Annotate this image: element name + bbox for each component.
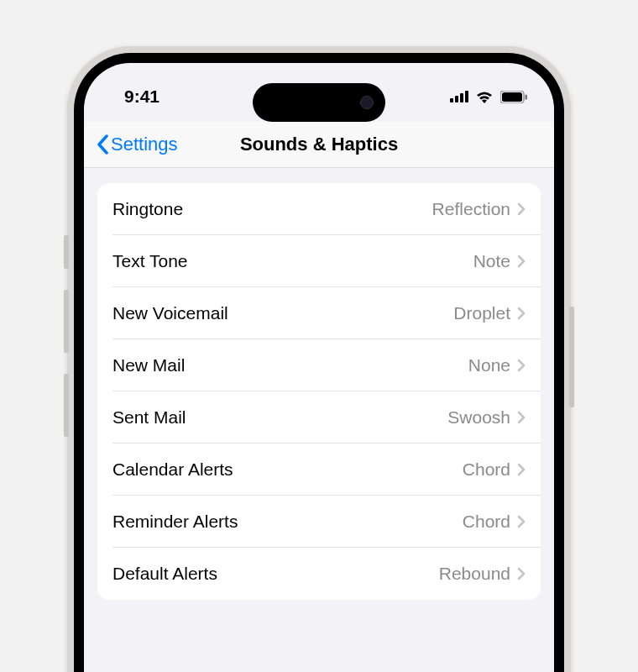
row-value: Chord [463, 512, 510, 532]
row-sent-mail[interactable]: Sent Mail Swoosh [97, 391, 541, 444]
nav-bar: Settings Sounds & Haptics [84, 122, 554, 168]
camera-icon [360, 96, 374, 109]
wifi-icon [475, 90, 494, 103]
row-value: Reflection [432, 199, 510, 219]
side-button [64, 235, 69, 269]
row-label: New Mail [112, 355, 468, 375]
row-value: Rebound [439, 564, 510, 584]
chevron-right-icon [517, 202, 526, 216]
row-label: Default Alerts [112, 564, 439, 584]
cellular-icon [450, 91, 468, 102]
chevron-right-icon [517, 515, 526, 528]
svg-rect-3 [465, 91, 468, 102]
row-label: Calendar Alerts [112, 459, 463, 480]
svg-rect-2 [460, 93, 463, 102]
phone-bezel: 9:41 [74, 53, 564, 672]
status-time: 9:41 [124, 87, 160, 107]
chevron-right-icon [517, 567, 526, 580]
row-value: Swoosh [447, 407, 510, 428]
row-ringtone[interactable]: Ringtone Reflection [97, 183, 541, 235]
chevron-left-icon [96, 134, 109, 155]
row-label: Text Tone [112, 251, 473, 271]
row-value: Note [473, 251, 510, 271]
svg-rect-5 [502, 92, 522, 102]
chevron-right-icon [517, 359, 526, 372]
row-value: None [468, 355, 510, 375]
svg-rect-6 [526, 94, 528, 99]
back-label: Settings [111, 134, 178, 155]
settings-group: Ringtone Reflection Text Tone Note New V… [97, 183, 541, 600]
row-calendar-alerts[interactable]: Calendar Alerts Chord [97, 444, 541, 496]
svg-rect-0 [450, 98, 453, 102]
svg-rect-1 [455, 96, 458, 102]
row-value: Chord [463, 459, 510, 480]
content: Ringtone Reflection Text Tone Note New V… [84, 168, 554, 615]
row-default-alerts[interactable]: Default Alerts Rebound [97, 548, 541, 600]
status-icons [450, 90, 527, 103]
battery-icon [500, 91, 527, 103]
row-reminder-alerts[interactable]: Reminder Alerts Chord [97, 496, 541, 548]
row-new-voicemail[interactable]: New Voicemail Droplet [97, 287, 541, 339]
phone-frame: 9:41 [67, 46, 571, 672]
side-button [569, 307, 574, 407]
side-button [64, 290, 69, 353]
back-button[interactable]: Settings [96, 134, 178, 155]
phone-screen: 9:41 [84, 63, 554, 672]
chevron-right-icon [517, 307, 526, 320]
side-button [64, 374, 69, 437]
chevron-right-icon [517, 255, 526, 268]
row-label: Sent Mail [112, 407, 447, 428]
row-label: Ringtone [112, 199, 432, 219]
dynamic-island [253, 83, 385, 122]
row-text-tone[interactable]: Text Tone Note [97, 235, 541, 287]
row-label: Reminder Alerts [112, 512, 463, 532]
row-label: New Voicemail [112, 303, 453, 323]
row-value: Droplet [453, 303, 510, 323]
chevron-right-icon [517, 411, 526, 424]
row-new-mail[interactable]: New Mail None [97, 339, 541, 391]
chevron-right-icon [517, 463, 526, 476]
